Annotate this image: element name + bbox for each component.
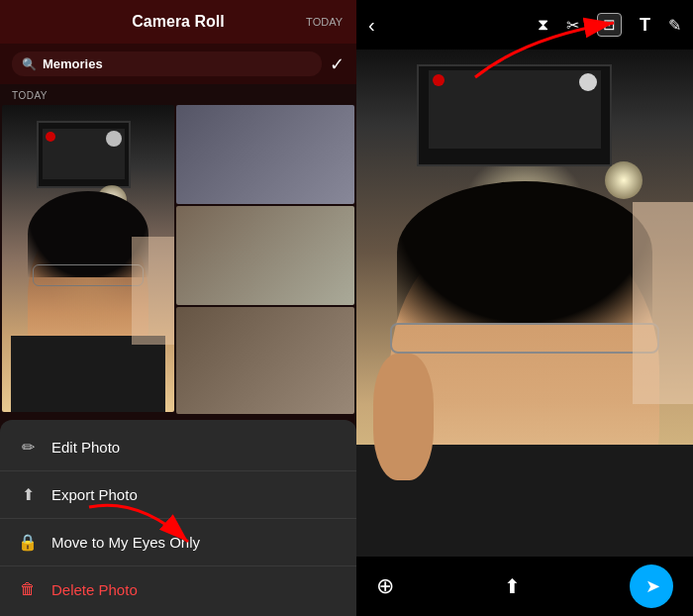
main-photo (2, 105, 174, 412)
move-eyes-only-item[interactable]: 🔒 Move to My Eyes Only (0, 519, 356, 566)
send-icon-right: ➤ (645, 575, 660, 597)
filter-icon[interactable]: ⧗ (538, 16, 548, 34)
left-panel: Camera Roll TODAY 🔍 Memories ✓ TODAY (0, 0, 356, 616)
share-icon[interactable]: ⬆ (504, 574, 521, 598)
memories-label: Memories (43, 56, 103, 71)
checkmark-icon[interactable]: ✓ (330, 53, 345, 75)
delete-photo-label: Delete Photo (51, 581, 138, 598)
scissors-icon[interactable]: ✂ (566, 16, 579, 35)
thumbnail-2 (176, 206, 354, 305)
today-section-label: TODAY (0, 84, 356, 105)
context-menu: ✏ Edit Photo ⬆ Export Photo 🔒 Move to My… (0, 420, 356, 616)
right-bottom-bar: ⊕ ⬆ ➤ (356, 557, 693, 616)
back-button[interactable]: ‹ (368, 14, 375, 37)
search-input-area[interactable]: 🔍 Memories (12, 51, 322, 76)
edit-photo-item[interactable]: ✏ Edit Photo (0, 424, 356, 471)
export-photo-item[interactable]: ⬆ Export Photo (0, 471, 356, 519)
crop-icon[interactable]: ⊡ (597, 13, 622, 37)
threads-icon[interactable]: ⊕ (376, 573, 394, 599)
thumbnail-1 (176, 105, 354, 204)
lock-icon: 🔒 (18, 533, 38, 552)
search-icon: 🔍 (22, 57, 37, 71)
export-icon: ⬆ (18, 485, 38, 504)
edit-icon: ✏ (18, 438, 38, 457)
right-photo-inner (356, 50, 693, 557)
right-header: ‹ ⧗ ✂ ⊡ T ✎ (356, 0, 693, 50)
export-photo-label: Export Photo (51, 486, 138, 503)
today-label: TODAY (306, 16, 343, 28)
delete-icon: 🗑 (18, 580, 38, 598)
move-eyes-label: Move to My Eyes Only (51, 534, 200, 551)
edit-photo-label: Edit Photo (51, 439, 120, 456)
text-icon[interactable]: T (640, 15, 650, 36)
right-panel: ‹ ⧗ ✂ ⊡ T ✎ (356, 0, 693, 616)
delete-photo-item[interactable]: 🗑 Delete Photo (0, 566, 356, 612)
right-photo (356, 50, 693, 557)
right-toolbar: ⧗ ✂ ⊡ T ✎ (538, 13, 681, 37)
search-bar: 🔍 Memories ✓ (0, 44, 356, 84)
send-button-right[interactable]: ➤ (630, 565, 673, 608)
left-header: Camera Roll TODAY (0, 0, 356, 44)
camera-roll-title: Camera Roll (132, 13, 224, 31)
thumbnail-3 (176, 307, 354, 414)
pen-icon[interactable]: ✎ (668, 16, 681, 35)
